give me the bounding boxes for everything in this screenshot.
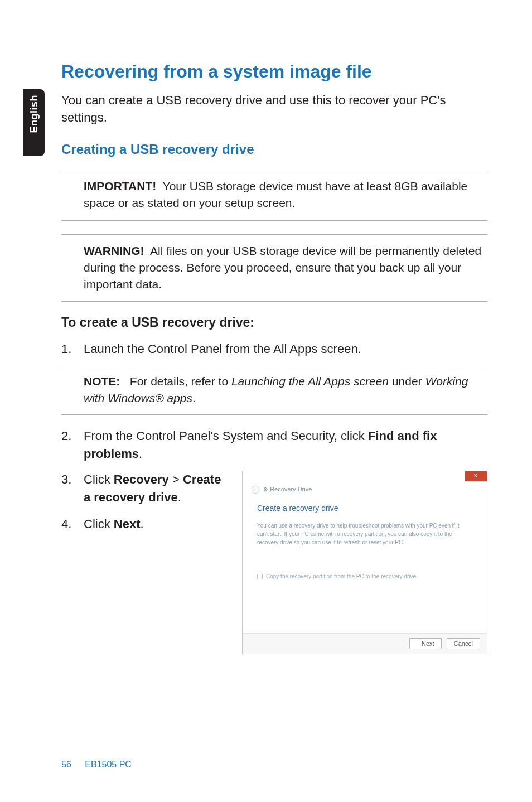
dialog-crumb-text: Recovery Drive xyxy=(270,486,312,492)
dialog-crumb-icon: ⚙ xyxy=(263,486,268,492)
close-icon[interactable]: × xyxy=(465,471,487,481)
step-4-post: . xyxy=(140,517,143,531)
step-3-pre: Click xyxy=(84,472,114,486)
language-tab: English xyxy=(23,89,45,156)
note-pre: For details, refer to xyxy=(130,375,231,388)
cancel-button[interactable]: Cancel xyxy=(447,638,480,649)
important-box: IMPORTANT! Your USB storage device must … xyxy=(61,170,487,221)
step-2-num: 2. xyxy=(61,427,84,463)
intro-text: You can create a USB recovery drive and … xyxy=(61,92,487,127)
language-label: English xyxy=(28,95,40,133)
step-2-pre: From the Control Panel's System and Secu… xyxy=(84,429,368,443)
note-ital1: Launching the All Apps screen xyxy=(231,375,389,388)
footer-title: EB1505 PC xyxy=(85,760,132,769)
note-box: NOTE: For details, refer to Launching th… xyxy=(61,366,487,415)
step-2: 2. From the Control Panel's System and S… xyxy=(61,427,487,463)
dialog-titlebar: × xyxy=(243,471,487,482)
step-4-num: 4. xyxy=(61,515,84,533)
steps-heading: To create a USB recovery drive: xyxy=(61,315,487,330)
step-1: 1. Launch the Control Panel from the All… xyxy=(61,340,487,358)
note-post: . xyxy=(192,392,196,404)
step-3-post: . xyxy=(178,490,181,504)
step-1-num: 1. xyxy=(61,340,84,358)
step-1-text: Launch the Control Panel from the All Ap… xyxy=(84,340,487,358)
page-title: Recovering from a system image file xyxy=(61,61,487,82)
dialog-body-text: You can use a recovery drive to help tro… xyxy=(257,521,472,547)
note-mid: under xyxy=(389,375,425,388)
step-4-b1: Next xyxy=(114,517,141,531)
section-heading: Creating a USB recovery drive xyxy=(61,142,487,157)
back-icon[interactable]: ← xyxy=(252,486,259,494)
step-3-b1: Recovery xyxy=(114,472,169,486)
dialog-checkbox-row[interactable]: Copy the recovery partition from the PC … xyxy=(257,573,472,579)
step-4: 4. Click Next. xyxy=(61,515,229,533)
step-3-mid: > xyxy=(169,472,183,486)
page-footer: 56 EB1505 PC xyxy=(61,760,132,770)
dialog-heading: Create a recovery drive xyxy=(257,504,472,513)
warning-box: WARNING! All files on your USB storage d… xyxy=(61,234,487,302)
step-2-post: . xyxy=(139,447,142,461)
step-3: 3. Click Recovery > Create a recovery dr… xyxy=(61,471,229,506)
dialog-checkbox-label: Copy the recovery partition from the PC … xyxy=(266,573,418,579)
next-button[interactable]: Next xyxy=(409,638,442,649)
dialog-breadcrumb: ← ⚙ Recovery Drive xyxy=(243,482,487,498)
note-label: NOTE: xyxy=(84,375,120,388)
dialog-button-row: Next Cancel xyxy=(243,633,487,654)
checkbox-icon[interactable] xyxy=(257,574,263,579)
warning-label: WARNING! xyxy=(84,244,144,257)
important-label: IMPORTANT! xyxy=(84,180,156,192)
recovery-dialog: × ← ⚙ Recovery Drive Create a recovery d… xyxy=(242,471,487,654)
step-4-pre: Click xyxy=(84,517,114,531)
step-3-num: 3. xyxy=(61,471,84,506)
page-number: 56 xyxy=(61,760,71,769)
